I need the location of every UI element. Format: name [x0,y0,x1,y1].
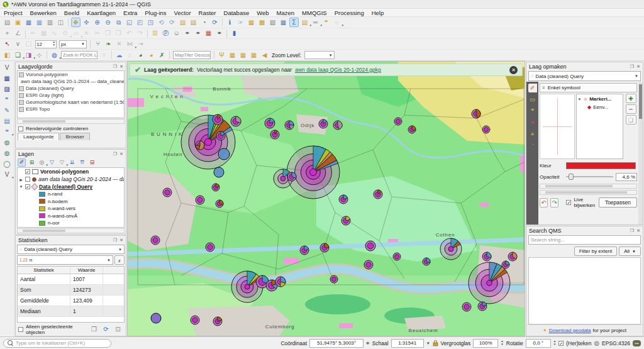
menu-bewerken[interactable]: Bewerken [26,9,60,16]
scale-combo[interactable]: 1:31541 [391,339,424,348]
float-panel-icon[interactable]: ❐ [630,64,634,69]
messages-icon[interactable]: ••• [633,340,641,346]
deselect-features-icon[interactable]: ▩ [257,18,267,27]
render-checkbox[interactable]: ✓ [558,341,564,346]
statistical-summary-icon[interactable]: ▤▾ [300,18,309,27]
layer-order-item[interactable]: ESRI Topo [18,106,124,113]
open-layer-styling-panel-icon[interactable]: ✐ [18,158,26,167]
toggle-editing-icon[interactable]: ✏ [28,29,38,38]
close-panel-icon[interactable]: ✕ [636,228,640,233]
split-features-icon[interactable]: ⑂ [93,40,103,49]
cad-construction-icon[interactable]: ∠ [13,29,23,38]
globe-tool-3-icon[interactable]: ◯ [3,159,12,169]
horizontal-scrollbar[interactable] [17,228,125,233]
layer-visibility-box[interactable] [19,107,24,112]
plugin-search-icon[interactable]: ⚭ [182,29,192,38]
merge-features-icon[interactable]: ⋈▾ [125,40,135,49]
diagram-tab-icon[interactable]: ◕ [528,118,537,126]
tab-laagvolgorde[interactable]: Laagvolgorde [18,133,59,140]
zoom-level-combo[interactable]: ▼ [304,51,335,59]
layer-label[interactable]: awn data laag QGis 20-1-2024 — data [38,176,124,182]
layer-order-item[interactable]: awn data laag QGis 20-1-2024 — data_clea… [18,78,124,85]
layer-visibility-box[interactable] [19,100,24,105]
menu-processing[interactable]: Processing [331,9,368,16]
menu-help[interactable]: Help [368,9,388,16]
cut-features-icon[interactable]: ✂ [92,29,102,38]
layer-visibility-box[interactable] [19,93,24,98]
modify-attributes-icon[interactable]: ▱▾ [71,29,80,38]
menu-raster[interactable]: Raster [195,9,220,16]
magnifier-spin[interactable]: ▲▼ [501,340,503,346]
redo-style-button[interactable]: ↷ [550,198,558,208]
draw-tool-icon[interactable]: ✎ [3,106,12,115]
quickosm-icon[interactable]: ✗ [157,50,167,60]
search-layers-icon[interactable]: ⚭ [214,29,224,38]
measure-icon[interactable]: ═▾ [311,18,320,27]
pdok-search-input[interactable]: Zoek in PDOK L... [61,51,97,59]
tile-tool-2-icon[interactable]: ▦ [238,50,248,60]
message-close-button[interactable]: ✕ [509,66,518,74]
open-attribute-table-icon[interactable]: ▦ [279,18,288,27]
color-button[interactable] [566,162,636,169]
expander-icon[interactable]: ▶ [19,177,23,182]
delete-ring-icon[interactable]: ✕ [114,40,124,49]
refresh-statistics-icon[interactable]: ⟳ [101,325,111,335]
close-panel-icon[interactable]: ✕ [119,152,123,157]
plugin-builder-icon[interactable]: ☺ [172,29,181,38]
layer-tree-item[interactable]: ✓Voronoi-polygonen [18,168,124,175]
layer-visibility-box[interactable] [19,72,24,77]
copy-features-icon[interactable]: ❐ [103,29,113,38]
python-console-icon[interactable]: ⓟ [161,29,170,38]
datasource-manager-icon[interactable]: ◧ [3,50,12,60]
layer-checkbox[interactable]: ✓ [25,169,30,174]
virtual-layer-2-icon[interactable]: V▾ [3,170,12,179]
raster-tool-2-icon[interactable]: ▨ [3,84,12,94]
close-panel-icon[interactable]: ✕ [636,64,640,69]
zoom-next-icon[interactable]: ⟳ [167,18,177,27]
3d-view-tab-icon[interactable]: ▲ [528,129,537,138]
stats-layer-combo[interactable]: ∴Data (cleaned) Query▼ [17,245,125,254]
redo-icon[interactable]: ↷ [135,29,145,38]
trim-extend-icon[interactable]: ⇥ [136,40,145,49]
menu-database[interactable]: Database [220,9,253,16]
maptiler-geocoding-input[interactable]: MapTiler Geocod... [173,51,211,59]
pdok-services-icon[interactable]: ◍▾ [50,50,59,60]
qms-type-dropdown[interactable]: All▼ [619,247,641,256]
symbol-root-label[interactable]: Markeri... [589,96,611,102]
zoom-native-icon[interactable]: ⧉ [114,18,123,27]
undo-icon[interactable]: ↶ [125,29,134,38]
epsg-button[interactable]: EPSG:4326 [602,340,630,346]
layout-tool-icon[interactable]: ▤ [3,116,12,126]
quickmap-green-icon[interactable]: ◕ [136,50,145,60]
menu-extra[interactable]: Extra [119,9,141,16]
layer-order-item[interactable]: ESRI Gray (light) [18,92,124,99]
duplicate-symbol-layer-button[interactable]: ❏ [626,115,636,125]
plugin-search-2-icon[interactable]: ⚭ [193,29,203,38]
layer-order-item[interactable]: Geomorfologische kaart van nederland (1:… [18,99,124,106]
menu-beeld[interactable]: Beeld [60,9,83,16]
tile-back-icon[interactable]: ◀ [260,50,269,60]
cad-tools-icon[interactable]: ⌖ [3,29,12,38]
paste-features-icon[interactable]: ❒ [114,29,123,38]
open-project-icon[interactable]: ▣ [13,18,23,27]
layer-label[interactable]: Data (cleaned) Query [39,184,92,190]
float-panel-icon[interactable]: ❐ [113,64,117,69]
zoom-out-icon[interactable]: ⊖ [103,18,113,27]
annotation-quote-icon[interactable]: ❞ [3,95,12,104]
refresh-map-icon[interactable]: ⟳ [210,18,219,27]
pan-map-icon[interactable]: ✥ [71,18,80,27]
menu-web[interactable]: Web [253,9,272,16]
globe-tool-2-icon[interactable]: ◍ [3,148,12,158]
filter-by-extent-button[interactable]: Filter by extent [574,247,617,256]
select-by-expression-icon[interactable]: ▧ [268,18,277,27]
layout-manager-icon[interactable]: ◫ [56,18,65,27]
mask-tab-icon[interactable]: ❝ [528,106,537,115]
stats-field-combo[interactable]: 1.23n▼ [17,255,113,265]
symbol-child-label[interactable]: Eenv... [593,104,608,110]
layer-label[interactable]: Voronoi-polygonen [40,169,89,175]
layer-order-item[interactable]: Data (cleaned) Query [18,85,124,92]
qms-results-list[interactable] [528,257,641,324]
color-grid-plugin-icon[interactable]: ▦ [204,29,213,38]
close-panel-icon[interactable]: ✕ [119,64,123,69]
labels-tab-icon[interactable]: ▭ [528,95,537,104]
